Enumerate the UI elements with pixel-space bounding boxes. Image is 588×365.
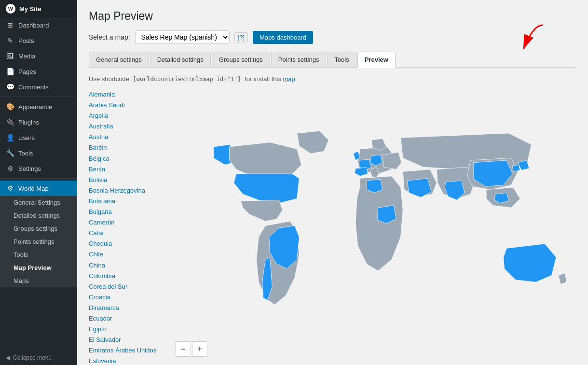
maps-dashboard-button[interactable]: Maps dashboard [253, 31, 313, 44]
sidebar-item-label: Pages [18, 68, 36, 75]
submenu-groups-settings[interactable]: Groups settings [0, 222, 77, 235]
tab-label: Points settings [278, 56, 319, 63]
country-link[interactable]: Catar [89, 228, 166, 239]
country-link[interactable]: Austria [89, 132, 166, 142]
sidebar-item-pages[interactable]: 📄 Pages [0, 64, 77, 79]
country-link[interactable]: Corea del Sur [89, 281, 166, 292]
worldmap-submenu: General Settings Detailed settings Group… [0, 196, 77, 287]
submenu-points-settings[interactable]: Points settings [0, 235, 77, 248]
zoom-in-button[interactable]: + [192, 341, 207, 357]
wp-icon: W [6, 4, 15, 14]
sidebar-item-label: World Map [18, 185, 49, 192]
help-link[interactable]: [?] [234, 32, 248, 42]
zoom-out-button[interactable]: − [176, 341, 191, 357]
country-link[interactable]: El Salvador [89, 335, 166, 345]
country-link[interactable]: Botsuana [89, 196, 166, 207]
country-link[interactable]: Chequia [89, 239, 166, 249]
country-list: AlemaniaArabia SaudíArgeliaAustraliaAust… [89, 89, 171, 365]
dashboard-icon: ⊞ [6, 21, 14, 29]
comments-icon: 💬 [6, 83, 14, 91]
tab-points-settings[interactable]: Points settings [271, 52, 327, 67]
sidebar-item-users[interactable]: 👤 Users [0, 130, 77, 145]
sidebar-item-label: Tools [18, 150, 33, 157]
sidebar-item-worldmap[interactable]: ⚙ World Map [0, 181, 77, 196]
appearance-icon: 🎨 [6, 103, 14, 111]
country-link[interactable]: Eslovenia [89, 356, 166, 365]
country-link[interactable]: Bulgaria [89, 207, 166, 217]
map-container: − + [171, 89, 576, 365]
country-link[interactable]: Chile [89, 249, 166, 260]
country-link[interactable]: Argelia [89, 111, 166, 121]
tab-label: Detailed settings [157, 56, 204, 63]
country-link[interactable]: Benín [89, 164, 166, 175]
sidebar-item-label: Users [18, 134, 35, 141]
country-link[interactable]: Alemania [89, 89, 166, 100]
tab-label: Tools [334, 56, 349, 63]
sidebar-item-posts[interactable]: ✎ Posts [0, 33, 77, 48]
submenu-label: General Settings [14, 199, 60, 206]
country-link[interactable]: Australia [89, 121, 166, 132]
sidebar-item-plugins[interactable]: 🔌 Plugins [0, 114, 77, 130]
collapse-menu-button[interactable]: ◀ Collapse menu [0, 351, 77, 365]
country-link[interactable]: Egipto [89, 324, 166, 335]
users-icon: 👤 [6, 134, 14, 141]
pages-icon: 📄 [6, 68, 14, 75]
tab-detailed-settings[interactable]: Detailed settings [150, 52, 211, 67]
sidebar-item-media[interactable]: 🖼 Media [0, 48, 77, 64]
sidebar-item-label: Posts [18, 37, 34, 44]
tab-preview[interactable]: Preview [357, 52, 396, 68]
korea[interactable] [512, 165, 520, 171]
sidebar-item-tools[interactable]: 🔧 Tools [0, 145, 77, 161]
submenu-maps[interactable]: Maps [0, 274, 77, 287]
country-link[interactable]: Baréin [89, 142, 166, 153]
map-select[interactable]: Sales Rep Map (spanish) [135, 30, 230, 44]
country-link[interactable]: Emiratos Árabes Unidos [89, 345, 166, 356]
submenu-detailed-settings[interactable]: Detailed settings [0, 209, 77, 222]
shortcode-link[interactable]: map [283, 75, 295, 83]
country-link[interactable]: Bélgica [89, 154, 166, 164]
settings-icon: ⚙ [6, 165, 14, 172]
tab-general-settings[interactable]: General settings [89, 52, 149, 67]
submenu-label: Maps [14, 277, 29, 284]
shortcode-prefix: Use shortcode [89, 75, 131, 83]
zoom-controls: − + [176, 341, 207, 357]
tab-tools[interactable]: Tools [327, 52, 356, 67]
site-name: My Site [19, 5, 41, 13]
tab-groups-settings[interactable]: Groups settings [212, 52, 270, 67]
sidebar-item-label: Settings [18, 165, 41, 172]
select-map-label: Select a map: [89, 33, 130, 41]
submenu-general-settings[interactable]: General Settings [0, 196, 77, 209]
sidebar-logo[interactable]: W My Site [0, 0, 77, 17]
sidebar-item-label: Media [18, 53, 35, 60]
country-link[interactable]: Dinamarca [89, 303, 166, 313]
submenu-label: Detailed settings [14, 212, 60, 219]
sidebar: W My Site ⊞ Dashboard ✎ Posts 🖼 Media 📄 … [0, 0, 77, 365]
plugins-icon: 🔌 [6, 118, 14, 126]
sidebar-item-dashboard[interactable]: ⊞ Dashboard [0, 17, 77, 33]
tab-label: Preview [365, 56, 388, 63]
country-link[interactable]: Bolivia [89, 175, 166, 185]
sidebar-item-label: Appearance [18, 103, 52, 111]
tabs-wrapper: General settings Detailed settings Group… [89, 52, 576, 68]
submenu-label: Tools [14, 251, 28, 258]
preview-layout: AlemaniaArabia SaudíArgeliaAustraliaAust… [89, 89, 576, 365]
country-link[interactable]: Ecuador [89, 313, 166, 324]
submenu-map-preview[interactable]: Map Preview [0, 261, 77, 274]
sidebar-item-label: Plugins [18, 119, 39, 126]
country-link[interactable]: Colombia [89, 271, 166, 281]
country-link[interactable]: Bosnia-Herzegovina [89, 185, 166, 196]
country-link[interactable]: Camerún [89, 217, 166, 228]
sidebar-item-appearance[interactable]: 🎨 Appearance [0, 99, 77, 114]
country-link[interactable]: China [89, 260, 166, 271]
sidebar-item-label: Comments [18, 84, 49, 91]
sidebar-item-comments[interactable]: 💬 Comments [0, 79, 77, 95]
country-link[interactable]: Croacia [89, 292, 166, 303]
sidebar-item-settings[interactable]: ⚙ Settings [0, 161, 77, 176]
worldmap-icon: ⚙ [6, 184, 14, 192]
china-east-asia[interactable] [467, 158, 518, 189]
tools-icon: 🔧 [6, 149, 14, 157]
submenu-tools[interactable]: Tools [0, 248, 77, 261]
submenu-label: Groups settings [14, 225, 57, 232]
country-link[interactable]: Arabia Saudí [89, 100, 166, 111]
collapse-label: Collapse menu [13, 354, 52, 361]
